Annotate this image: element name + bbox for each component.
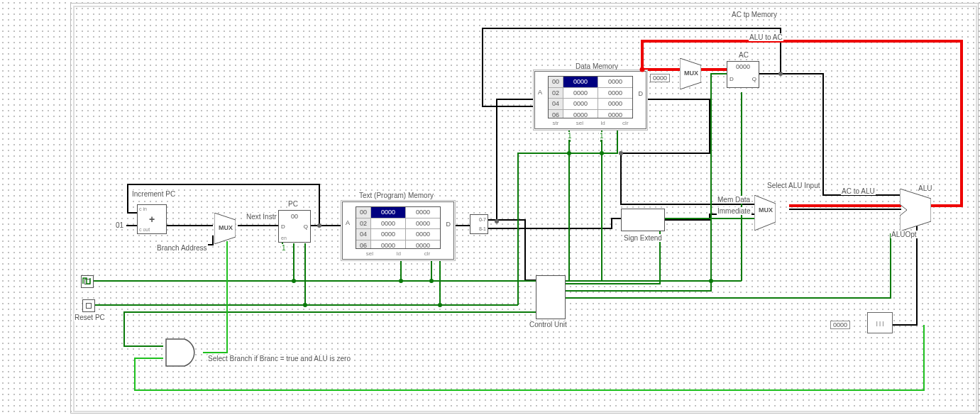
label-ac: AC [738,51,749,59]
alu-input-mux-label: MUX [759,206,773,214]
pc-incrementer[interactable]: c in + c out [137,204,167,234]
output-display[interactable]: | | | [867,312,893,333]
text-memory-d-port: D [446,221,451,228]
ac-input-mux-label: MUX [684,70,698,77]
pc-register-q-port: Q [304,223,308,230]
junction-dot [495,219,499,223]
pc-register-en-port: en [281,236,287,240]
data-memory-a-port: A [538,89,542,96]
label-mem-data: Mem Data [717,196,751,204]
ac-register[interactable]: 0000 D Q [727,61,759,88]
alu-block[interactable] [900,189,931,231]
label-sign-extend: Sign Extend [623,234,663,242]
incrementer-cin: c in [139,206,147,211]
label-pc: PC [287,200,299,208]
svg-marker-2 [900,189,931,231]
label-next-instr: Next Instr [246,213,277,221]
text-memory-bottom-ports: sel ld clr [343,250,453,259]
selection-outline-inner [73,6,977,412]
data-memory-rows: 0000000000 0200000000 0400000000 0600000… [548,76,633,118]
reset-input-pad[interactable] [82,299,95,312]
label-increment-pc: Increment PC [131,190,176,198]
diagram-canvas[interactable]: AC tp Memory ALU to AC AC MUX 0000 0000 … [0,0,980,415]
junction-dot-red [640,67,645,72]
junction-dot-green [292,279,296,283]
label-reset-pc: Reset PC [74,314,106,321]
alu-output-value: 0000 [830,321,850,329]
bus-splitter[interactable]: 0-7 8-1 [470,214,488,234]
junction-dot-green [399,279,403,283]
const-one-dm-ld: 1 [599,132,605,140]
label-select-alu-input: Select ALU Input [766,182,821,189]
label-immediate: Immediate [717,207,751,215]
ac-register-value: 0000 [727,63,759,70]
junction-dot [619,151,623,155]
label-alu-to-ac: ALU to AC [749,33,783,41]
const-one-increment: 01 [115,221,124,229]
junction-dot-green [438,303,442,307]
ac-mux-side-input-value: 0000 [650,74,670,82]
clock-input-pad[interactable] [81,275,94,288]
splitter-hi-range: 0-7 [479,217,486,222]
label-aluopt: ALUOpt [891,231,918,238]
const-one-pc-en: 1 [281,244,287,252]
pc-register-value: 00 [279,213,310,220]
incrementer-cout: c out [139,227,150,232]
data-memory-d-port: D [639,90,644,97]
output-display-bars: | | | [876,320,884,326]
pc-input-mux[interactable]: MUX [214,213,236,244]
label-branch-address: Branch Address [156,244,208,252]
junction-dot-green [303,303,307,307]
junction-dot [317,223,321,228]
splitter-lo-range: 8-1 [479,226,486,231]
label-text-memory: Text (Program) Memory [358,192,434,199]
sign-extend-block[interactable] [621,209,665,231]
plus-icon: + [149,214,155,225]
text-memory-block[interactable]: A D 0000000000 0200000000 0400000000 060… [342,201,454,260]
pc-input-mux-label: MUX [219,224,233,231]
label-ac-to-memory: AC tp Memory [731,11,778,18]
selection-outline-outer [70,3,979,414]
data-memory-bottom-ports: str sel ld clr [535,120,646,128]
text-memory-rows: 0000000000 0200000000 0400000000 0600000… [356,206,441,249]
pc-register-d-port: D [281,223,285,230]
label-branch-condition: Select Branch if Branc = true and ALU is… [207,355,351,363]
const-one-dm-sel: 1 [567,132,573,140]
label-data-memory: Data Memory [575,62,619,70]
ac-input-mux[interactable]: MUX [680,58,701,89]
alu-input-mux[interactable]: MUX [754,195,776,231]
junction-dot [778,72,783,76]
junction-dot-green [429,279,434,283]
branch-and-gate[interactable] [165,338,203,367]
data-memory-block[interactable]: A D 0000000000 0200000000 0400000000 060… [534,71,646,129]
ac-register-q-port: Q [752,76,756,82]
ac-register-d-port: D [730,76,734,82]
control-unit-block[interactable] [536,275,566,319]
junction-dot-green [567,151,571,155]
pc-register[interactable]: 00 D Q en [278,210,311,243]
text-memory-a-port: A [346,219,350,226]
junction-dot-green [600,151,604,155]
label-control-unit: Control Unit [529,321,568,328]
junction-dot-green [709,279,713,283]
label-ac-to-alu: AC to ALU [841,187,876,195]
